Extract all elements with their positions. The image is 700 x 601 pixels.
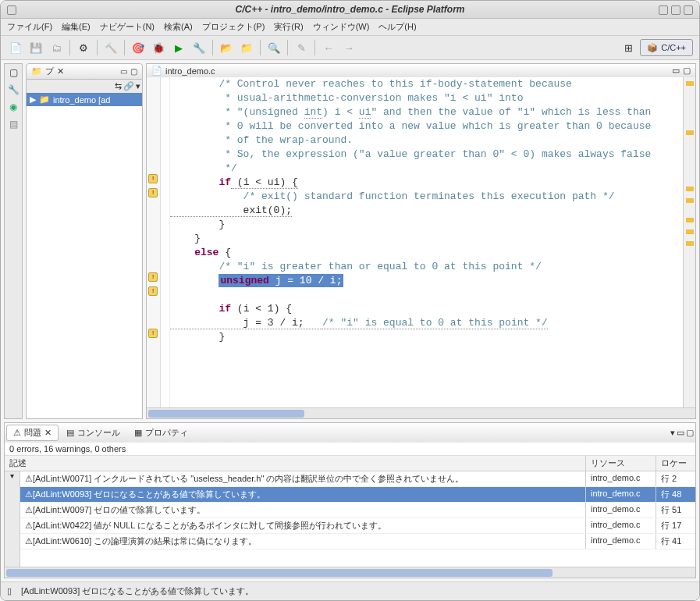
tab-console[interactable]: ▤ コンソール	[60, 425, 126, 440]
back-icon[interactable]: ←	[320, 39, 337, 56]
table-row[interactable]: ⚠[AdLint:W0097] ゼロの値で除算しています。 intro_demo…	[20, 503, 695, 518]
minimize-icon[interactable]	[659, 5, 668, 15]
save-all-icon[interactable]: 🗂	[48, 39, 65, 56]
run-icon[interactable]: ▶	[170, 39, 187, 56]
scroll-thumb[interactable]	[148, 410, 304, 418]
table-row[interactable]: ⚠[AdLint:W0422] 値が NULL になることがあるポインタに対して…	[20, 518, 695, 534]
folder-icon: 📁	[31, 66, 42, 76]
menu-window[interactable]: ウィンドウ(W)	[313, 21, 370, 33]
scroll-thumb[interactable]	[6, 569, 553, 577]
editor-pane: 📄 intro_demo.c ▭ ▢ ! ! ! ! !	[146, 63, 696, 419]
table-row[interactable]: ⚠[AdLint:W0093] ゼロになることがある値で除算しています。 int…	[20, 487, 695, 503]
cpp-icon: 📦	[647, 43, 658, 53]
tree-root-label: intro_demo [ad	[53, 95, 110, 105]
collapse-all-icon[interactable]: ⇆	[115, 81, 122, 91]
perspective-cpp[interactable]: 📦 C/C++	[640, 39, 693, 56]
col-resource[interactable]: リソース	[586, 456, 656, 471]
c-file-icon: 📄	[151, 66, 162, 76]
tree-root[interactable]: ▶ 📁 intro_demo [ad	[27, 93, 142, 106]
warning-icon: ⚠	[25, 536, 33, 546]
tab-properties[interactable]: ▦ プロパティ	[128, 425, 194, 440]
overview-ruler[interactable]	[683, 77, 695, 407]
minimize-view-icon[interactable]: ▭	[120, 67, 127, 76]
new-icon[interactable]: 📄	[7, 39, 24, 56]
build-icon[interactable]: ⚙	[75, 39, 92, 56]
menubar: ファイル(F) 編集(E) ナビゲート(N) 検索(A) プロジェクト(P) 実…	[1, 19, 699, 36]
expand-icon[interactable]: ▶	[30, 94, 36, 105]
external-run-icon[interactable]: 🔧	[190, 39, 208, 56]
open-perspective-icon[interactable]: ⊞	[620, 39, 637, 56]
close-window-icon[interactable]	[684, 5, 693, 15]
table-row[interactable]: ⚠[AdLint:W0071] インクルードされている "useless_hea…	[20, 471, 695, 487]
maximize-view-icon[interactable]: ▢	[130, 67, 137, 76]
forward-icon[interactable]: →	[340, 39, 357, 56]
explorer-tab-label[interactable]: プ	[45, 66, 54, 77]
problems-summary: 0 errors, 16 warnings, 0 others	[5, 443, 695, 456]
link-editor-icon[interactable]: 🔗	[123, 81, 134, 91]
search-icon[interactable]: 🔍	[265, 39, 282, 56]
tab-problems[interactable]: ⚠ 問題 ✕	[6, 425, 59, 441]
menu-navigate[interactable]: ナビゲート(N)	[100, 21, 155, 33]
main-area: ▢ 🔧 ◉ ▤ 📁 プ ✕ ▭ ▢ ⇆ 🔗 ▾ ▶ 📁	[1, 60, 699, 422]
menu-search[interactable]: 検索(A)	[164, 21, 193, 33]
toggle-icon[interactable]: ✎	[293, 39, 310, 56]
bottom-tabs: ⚠ 問題 ✕ ▤ コンソール ▦ プロパティ ▾ ▭ ▢	[5, 423, 695, 443]
view-menu-icon[interactable]: ▾	[136, 81, 140, 91]
editor-area: 📄 intro_demo.c ▭ ▢ ! ! ! ! !	[146, 63, 696, 419]
warning-marker-icon[interactable]: !	[148, 286, 158, 296]
col-description[interactable]: 記述	[5, 456, 586, 471]
main-window: C/C++ - intro_demo/intro_demo.c - Eclips…	[0, 0, 700, 601]
problems-hscroll[interactable]	[5, 567, 695, 578]
warning-marker-icon[interactable]: !	[148, 272, 158, 282]
view-menu-icon[interactable]: ▾	[670, 428, 675, 438]
warning-marker-icon[interactable]: !	[148, 188, 158, 197]
save-icon[interactable]: 💾	[27, 39, 44, 56]
col-location[interactable]: ロケー	[656, 456, 695, 471]
maximize-editor-icon[interactable]: ▢	[683, 66, 691, 76]
titlebar: C/C++ - intro_demo/intro_demo.c - Eclips…	[1, 1, 699, 19]
menu-help[interactable]: ヘルプ(H)	[378, 21, 416, 33]
editor-body[interactable]: ! ! ! ! ! /* Control never reaches to th…	[147, 77, 695, 407]
marker-gutter: ! ! ! ! !	[147, 77, 161, 407]
editor-hscroll[interactable]	[147, 407, 695, 418]
menu-run[interactable]: 実行(R)	[274, 21, 303, 33]
project-tree[interactable]: ▶ 📁 intro_demo [ad	[26, 93, 143, 419]
close-tab-icon[interactable]: ✕	[57, 66, 64, 76]
view-rail: ▢ 🔧 ◉ ▤	[4, 63, 23, 419]
window-menu-icon[interactable]	[7, 5, 16, 15]
debug-icon[interactable]: 🐞	[150, 39, 167, 56]
editor-tab-label: intro_demo.c	[165, 66, 215, 76]
maximize-icon[interactable]	[671, 5, 680, 15]
minimize-view-icon[interactable]: ▭	[677, 428, 684, 438]
console-icon: ▤	[66, 428, 74, 438]
explorer-toolbar: ⇆ 🔗 ▾	[26, 80, 143, 93]
fold-gutter	[161, 77, 170, 407]
explorer-header: 📁 プ ✕ ▭ ▢	[26, 63, 143, 80]
close-tab-icon[interactable]: ✕	[44, 428, 52, 438]
code-area[interactable]: /* Control never reaches to this if-body…	[170, 77, 683, 407]
target-icon[interactable]: 🎯	[130, 39, 147, 56]
status-message: [AdLint:W0093] ゼロになることがある値で除算しています。	[21, 585, 254, 597]
group-collapser[interactable]: ▾	[5, 471, 20, 567]
warning-icon: ⚠	[25, 505, 33, 514]
menu-project[interactable]: プロジェクト(P)	[202, 21, 265, 33]
open-folder-icon[interactable]: 📂	[218, 39, 235, 56]
properties-icon: ▦	[134, 428, 142, 438]
rail-tasks-icon[interactable]: ▤	[9, 119, 18, 130]
warning-icon: ⚠	[25, 474, 33, 483]
rail-outline-icon[interactable]: ◉	[9, 101, 17, 112]
warning-marker-icon[interactable]: !	[148, 329, 158, 338]
rail-make-icon[interactable]: 🔧	[8, 84, 20, 95]
minimize-editor-icon[interactable]: ▭	[672, 66, 680, 76]
warning-icon: ⚠	[25, 521, 33, 530]
maximize-view-icon[interactable]: ▢	[686, 428, 694, 438]
open-type-icon[interactable]: 📁	[238, 39, 255, 56]
status-icon: ▯	[7, 586, 12, 596]
warning-marker-icon[interactable]: !	[148, 174, 158, 183]
hammer-icon[interactable]: 🔨	[102, 39, 119, 56]
menu-file[interactable]: ファイル(F)	[7, 21, 52, 33]
table-row[interactable]: ⚠[AdLint:W0610] この論理演算の結果は常に偽になります。 intr…	[20, 534, 695, 549]
menu-edit[interactable]: 編集(E)	[62, 21, 91, 33]
rail-restore-icon[interactable]: ▢	[9, 67, 18, 78]
editor-tab[interactable]: 📄 intro_demo.c ▭ ▢	[147, 64, 695, 77]
